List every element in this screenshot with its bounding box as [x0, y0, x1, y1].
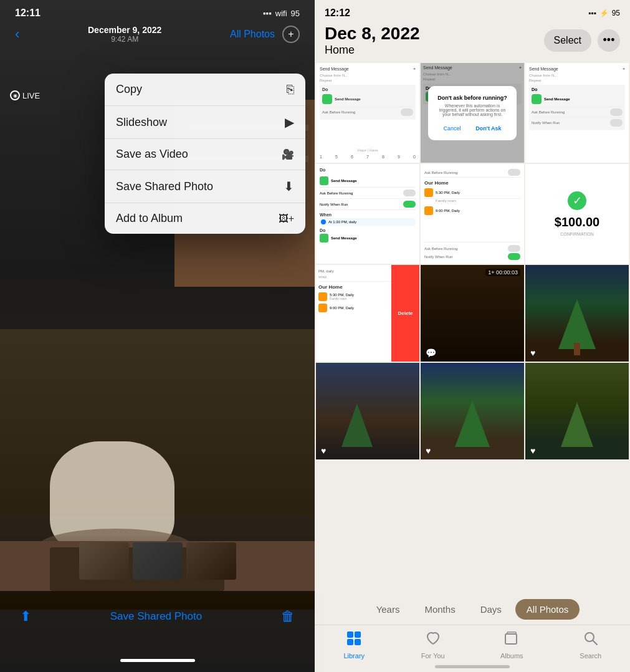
- nav-right: All Photos +: [230, 26, 300, 43]
- right-wifi-icon: ⚡: [599, 9, 609, 17]
- more-icon: •••: [603, 34, 615, 47]
- more-button[interactable]: •••: [598, 29, 620, 52]
- menu-item-copy[interactable]: Copy ⎘: [105, 74, 305, 106]
- svg-rect-3: [355, 639, 361, 645]
- library-tab-label: Library: [343, 652, 365, 660]
- dialog-overlay: Don't ask before running? Whenever this …: [421, 63, 524, 163]
- photo-grid: Send Message+ Choose from N... Repeat Do…: [315, 62, 630, 461]
- dialog-title: Don't ask before running?: [436, 95, 508, 101]
- thumbnail-strip: [0, 537, 315, 585]
- add-album-label: Add to Album: [116, 212, 183, 225]
- nav-date-location: Dec 8, 2022 Home: [325, 24, 420, 57]
- right-home-indicator: [435, 665, 510, 668]
- download-icon: ⬇: [284, 179, 294, 194]
- dont-ask-btn[interactable]: Don't Ask: [470, 123, 506, 134]
- grid-cell-6[interactable]: ✓ $100.00 CONFIRMATION: [525, 164, 629, 264]
- payment-label: CONFIRMATION: [560, 232, 594, 236]
- grid-cell-8[interactable]: 1+ 00:00:03 💬: [421, 265, 524, 362]
- select-button[interactable]: Select: [544, 29, 591, 52]
- back-button[interactable]: ‹: [15, 26, 19, 42]
- albums-icon: [504, 630, 520, 650]
- thumbnail-2[interactable]: [133, 542, 183, 580]
- heart-icon-3: ♥: [426, 446, 431, 456]
- grid-cell-4[interactable]: Do Send Message Ask Before Running Notif…: [316, 164, 419, 264]
- time-display: 12:11: [15, 7, 41, 19]
- save-shared-button[interactable]: Save Shared Photo: [110, 610, 202, 623]
- heart-icon-2: ♥: [321, 446, 326, 456]
- heart-icon-4: ♥: [530, 446, 535, 456]
- grid-cell-10[interactable]: ♥: [316, 363, 419, 459]
- video-icon: 🎥: [282, 148, 294, 160]
- play-icon: ▶: [285, 115, 294, 130]
- svg-rect-0: [347, 631, 353, 638]
- payment-amount: $100.00: [555, 215, 599, 229]
- search-tab-label: Search: [580, 652, 601, 660]
- location-subtitle: Home: [325, 44, 420, 57]
- grid-cell-11[interactable]: ♥: [421, 363, 524, 459]
- grid-cell-1[interactable]: Send Message+ Choose from N... Repeat Do…: [316, 63, 419, 163]
- live-circle-icon: ◉: [10, 90, 20, 100]
- nav-bar: ‹ December 9, 2022 9:42 AM All Photos +: [10, 22, 305, 46]
- slideshow-label: Slideshow: [116, 116, 167, 129]
- cancel-btn[interactable]: Cancel: [438, 123, 465, 134]
- save-video-label: Save as Video: [116, 148, 188, 161]
- bottom-nav: Years Months Days All Photos Library: [315, 594, 630, 672]
- nav-time: 9:42 AM: [88, 35, 161, 44]
- grid-cell-5[interactable]: Ask Before Running Our Home 5:30 PM, Dai…: [421, 164, 524, 264]
- tab-search[interactable]: Search: [569, 630, 613, 660]
- context-menu: Copy ⎘ Slideshow ▶ Save as Video 🎥 Save …: [105, 74, 305, 234]
- left-panel: 12:11 ▪▪▪ wifi 95 ‹ December 9, 2022 9:4…: [0, 0, 315, 672]
- tab-albums[interactable]: Albums: [490, 630, 533, 660]
- menu-item-save-shared[interactable]: Save Shared Photo ⬇: [105, 170, 305, 203]
- chat-icon: 💬: [426, 348, 436, 358]
- grid-cell-2[interactable]: Send Message+ Choose from N... Repeat Do…: [421, 63, 524, 163]
- dialog-body: Whenever this automation is triggered, i…: [436, 103, 508, 117]
- bottom-toolbar: ⬆ Save Shared Photo 🗑: [0, 598, 315, 635]
- right-time: 12:12: [325, 7, 350, 19]
- nav-date: December 9, 2022: [88, 25, 161, 35]
- filter-all-photos[interactable]: All Photos: [515, 599, 580, 620]
- right-panel: 12:12 ▪▪▪ ⚡ 95 Dec 8, 2022 Home Select •…: [315, 0, 630, 672]
- dialog-box: Don't ask before running? Whenever this …: [428, 86, 516, 140]
- grid-cell-12[interactable]: ♥: [525, 363, 629, 459]
- for-you-icon: [425, 630, 441, 650]
- menu-item-save-video[interactable]: Save as Video 🎥: [105, 139, 305, 170]
- thumbnail-1[interactable]: [79, 542, 129, 580]
- wifi-icon: wifi: [275, 9, 287, 18]
- tab-library[interactable]: Library: [332, 630, 376, 660]
- share-button[interactable]: ⬆: [20, 608, 31, 625]
- for-you-tab-label: For You: [421, 652, 445, 660]
- right-status-bar: 12:12 ▪▪▪ ⚡ 95: [315, 0, 630, 21]
- payment-check-icon: ✓: [568, 191, 586, 210]
- nav-center: December 9, 2022 9:42 AM: [88, 25, 161, 44]
- albums-tab-label: Albums: [500, 652, 523, 660]
- grid-cell-3[interactable]: Send Message + Choose from N... Repeat D…: [525, 63, 629, 163]
- right-status-icons: ▪▪▪ ⚡ 95: [588, 9, 620, 17]
- date-title: Dec 8, 2022: [325, 24, 420, 44]
- svg-rect-1: [355, 631, 361, 638]
- right-signal-icon: ▪▪▪: [588, 9, 596, 17]
- menu-item-slideshow[interactable]: Slideshow ▶: [105, 106, 305, 139]
- copy-label: Copy: [116, 83, 142, 96]
- search-icon: [583, 630, 599, 650]
- delete-button[interactable]: 🗑: [281, 608, 295, 625]
- menu-item-add-album[interactable]: Add to Album 🖼+: [105, 203, 305, 234]
- right-nav-buttons: Select •••: [544, 29, 620, 52]
- signal-icon: ▪▪▪: [263, 9, 272, 18]
- filter-months[interactable]: Months: [413, 599, 466, 620]
- save-shared-label: Save Shared Photo: [116, 180, 213, 193]
- grid-cell-7[interactable]: PM, daily snap Our Home 5:30 PM, Daily F…: [316, 265, 419, 362]
- copy-icon: ⎘: [287, 82, 294, 97]
- library-icon: [346, 630, 362, 650]
- thumbnail-3[interactable]: [186, 542, 236, 580]
- status-icons: ▪▪▪ wifi 95: [263, 9, 300, 18]
- all-photos-link[interactable]: All Photos: [230, 29, 275, 40]
- plus-button[interactable]: +: [282, 26, 300, 43]
- grid-cell-9[interactable]: ♥: [525, 265, 629, 362]
- filter-days[interactable]: Days: [469, 599, 513, 620]
- home-indicator: [120, 659, 195, 662]
- dialog-buttons: Cancel Don't Ask: [436, 123, 508, 134]
- right-battery-icon: 95: [612, 9, 620, 17]
- tab-for-you[interactable]: For You: [411, 630, 455, 660]
- filter-years[interactable]: Years: [365, 599, 411, 620]
